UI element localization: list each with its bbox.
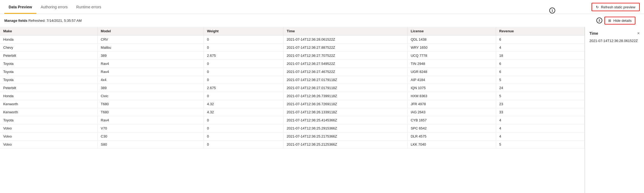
cell-license: SPC 6542 bbox=[407, 124, 496, 132]
cell-model: C30 bbox=[97, 132, 204, 141]
cell-revenue: 18 bbox=[496, 52, 584, 60]
table-row[interactable]: ToyotaRav402021-07-14T12:36:27.467522ZUG… bbox=[0, 68, 585, 76]
cell-revenue: 5 bbox=[496, 141, 584, 149]
cell-model: Rav4 bbox=[97, 116, 204, 124]
cell-make: Chevy bbox=[0, 44, 97, 52]
cell-model: 389 bbox=[97, 84, 204, 92]
cell-time: 2021-07-14T12:36:27.887522Z bbox=[283, 44, 407, 52]
table-row[interactable]: ChevyMalibu02021-07-14T12:36:27.887522ZW… bbox=[0, 44, 585, 52]
cell-license: UCQ 7778 bbox=[407, 52, 496, 60]
side-panel: Time × 2021-07-14T12:36:28.061522Z bbox=[585, 27, 644, 193]
table-row[interactable]: KenworthT6804.322021-07-14T12:36:26.7269… bbox=[0, 100, 585, 108]
table-row[interactable]: VolvoC3002021-07-14T12:36:25.2175366ZDLR… bbox=[0, 132, 585, 141]
cell-make: Volvo bbox=[0, 132, 97, 141]
cell-license: LKK 7040 bbox=[407, 141, 496, 149]
cell-model: Civic bbox=[97, 92, 204, 100]
cell-revenue: 33 bbox=[496, 108, 584, 116]
cell-time: 2021-07-14T12:36:25.2175366Z bbox=[283, 132, 407, 141]
cell-license: JFR 4978 bbox=[407, 100, 496, 108]
cell-weight: 0 bbox=[204, 124, 283, 132]
cell-make: Peterbilt bbox=[0, 52, 97, 60]
cell-weight: 0 bbox=[204, 116, 283, 124]
hide-details-icon: ⊞ bbox=[608, 19, 611, 23]
cell-weight: 0 bbox=[204, 76, 283, 84]
cell-weight: 0 bbox=[204, 132, 283, 141]
cell-license: WRY 1650 bbox=[407, 44, 496, 52]
hide-details-button[interactable]: ⊞ Hide details bbox=[604, 17, 635, 24]
cell-model: 389 bbox=[97, 52, 204, 60]
cell-make: Volvo bbox=[0, 124, 97, 132]
tab-runtime-errors-label: Runtime errors bbox=[76, 5, 101, 9]
cell-model: S80 bbox=[97, 141, 204, 149]
cell-weight: 2.675 bbox=[204, 84, 283, 92]
table-row[interactable]: KenworthT6804.322021-07-14T12:36:26.1339… bbox=[0, 108, 585, 116]
refresh-icon: ↻ bbox=[596, 5, 599, 9]
cell-make: Toyota bbox=[0, 68, 97, 76]
main-layout: Make Model Weight Time License Revenue H… bbox=[0, 27, 644, 193]
tab-data-preview[interactable]: Data Preview bbox=[4, 0, 36, 14]
table-row[interactable]: HondaCivic02021-07-14T12:36:26.7399118ZH… bbox=[0, 92, 585, 100]
table-row[interactable]: Peterbilt3892.6752021-07-14T12:36:27.017… bbox=[0, 84, 585, 92]
cell-revenue: 4 bbox=[496, 132, 584, 141]
cell-time: 2021-07-14T12:36:25.2915366Z bbox=[283, 124, 407, 132]
table-row[interactable]: VolvoV7002021-07-14T12:36:25.2915366ZSPC… bbox=[0, 124, 585, 132]
table-row[interactable]: Peterbilt3892.6752021-07-14T12:36:27.707… bbox=[0, 52, 585, 60]
cell-make: Peterbilt bbox=[0, 84, 97, 92]
tab-runtime-errors[interactable]: Runtime errors bbox=[72, 0, 106, 14]
cell-time: 2021-07-14T12:36:25.4145366Z bbox=[283, 116, 407, 124]
table-row[interactable]: ToyotaRav402021-07-14T12:36:25.4145366ZC… bbox=[0, 116, 585, 124]
cell-revenue: 6 bbox=[496, 68, 584, 76]
cell-make: Toyota bbox=[0, 76, 97, 84]
cell-revenue: 24 bbox=[496, 84, 584, 92]
side-panel-close-button[interactable]: × bbox=[637, 31, 640, 36]
cell-weight: 2.675 bbox=[204, 52, 283, 60]
col-header-weight: Weight bbox=[204, 27, 283, 36]
cell-make: Volvo bbox=[0, 141, 97, 149]
cell-weight: 0 bbox=[204, 36, 283, 44]
cell-license: TIN 2948 bbox=[407, 60, 496, 68]
annotation-2: 2 bbox=[596, 17, 602, 23]
cell-weight: 0 bbox=[204, 60, 283, 68]
cell-model: T680 bbox=[97, 108, 204, 116]
cell-license: AIP 4184 bbox=[407, 76, 496, 84]
cell-model: Malibu bbox=[97, 44, 204, 52]
cell-license: DLR 4575 bbox=[407, 132, 496, 141]
cell-revenue: 4 bbox=[496, 44, 584, 52]
cell-revenue: 5 bbox=[496, 92, 584, 100]
cell-time: 2021-07-14T12:36:28.061522Z bbox=[283, 36, 407, 44]
cell-model: V70 bbox=[97, 124, 204, 132]
table-row[interactable]: Toyota4x402021-07-14T12:36:27.0179118ZAI… bbox=[0, 76, 585, 84]
subheader: Manage fields Refreshed: 7/14/2021, 5:35… bbox=[0, 14, 644, 27]
cell-revenue: 4 bbox=[496, 116, 584, 124]
cell-license: IQN 1075 bbox=[407, 84, 496, 92]
cell-weight: 0 bbox=[204, 68, 283, 76]
cell-revenue: 6 bbox=[496, 60, 584, 68]
cell-license: CYB 1657 bbox=[407, 116, 496, 124]
cell-weight: 0 bbox=[204, 141, 283, 149]
tab-data-preview-label: Data Preview bbox=[9, 5, 32, 9]
table-row[interactable]: VolvoS8002021-07-14T12:36:25.2125366ZLKK… bbox=[0, 141, 585, 149]
side-panel-value: 2021-07-14T12:36:28.061522Z bbox=[589, 39, 640, 43]
cell-revenue: 5 bbox=[496, 76, 584, 84]
manage-fields-label: Manage fields bbox=[4, 19, 27, 23]
cell-make: Honda bbox=[0, 92, 97, 100]
cell-time: 2021-07-14T12:36:26.7269118Z bbox=[283, 100, 407, 108]
col-header-license: License bbox=[407, 27, 496, 36]
refresh-static-preview-button[interactable]: ↻ Refresh static preview bbox=[592, 3, 640, 11]
cell-time: 2021-07-14T12:36:25.2125366Z bbox=[283, 141, 407, 149]
cell-weight: 4.32 bbox=[204, 100, 283, 108]
tab-authoring-errors[interactable]: Authoring errors bbox=[36, 0, 72, 14]
cell-model: Rav4 bbox=[97, 60, 204, 68]
data-table-container[interactable]: Make Model Weight Time License Revenue H… bbox=[0, 27, 585, 193]
cell-time: 2021-07-14T12:36:27.0179118Z bbox=[283, 76, 407, 84]
cell-make: Honda bbox=[0, 36, 97, 44]
table-row[interactable]: HondaCRV02021-07-14T12:36:28.061522ZQDL … bbox=[0, 36, 585, 44]
col-header-make: Make bbox=[0, 27, 97, 36]
cell-time: 2021-07-14T12:36:27.707522Z bbox=[283, 52, 407, 60]
cell-time: 2021-07-14T12:36:27.0179118Z bbox=[283, 84, 407, 92]
cell-weight: 0 bbox=[204, 92, 283, 100]
cell-license: IAG 2643 bbox=[407, 108, 496, 116]
side-panel-title: Time bbox=[589, 31, 598, 36]
cell-time: 2021-07-14T12:36:26.7399118Z bbox=[283, 92, 407, 100]
table-row[interactable]: ToyotaRav402021-07-14T12:36:27.549522ZTI… bbox=[0, 60, 585, 68]
